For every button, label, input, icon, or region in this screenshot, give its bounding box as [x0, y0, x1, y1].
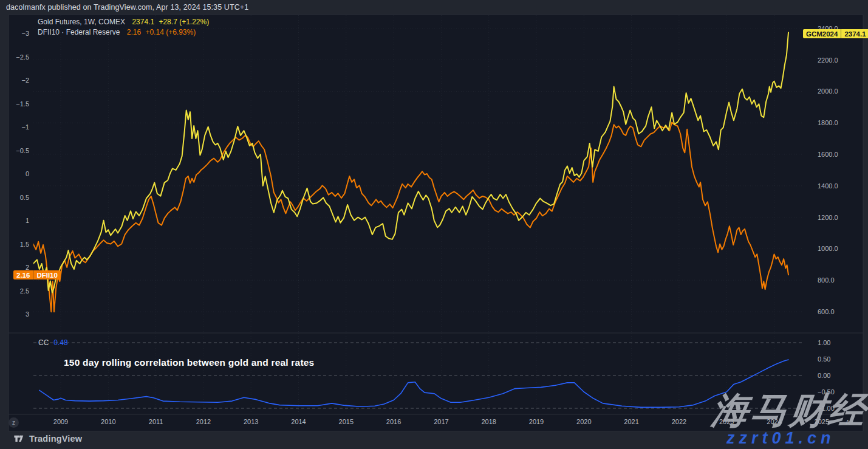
legend-gold-price: 2374.1 — [132, 18, 154, 26]
legend: Gold Futures, 1W, COMEX 2374.1 +28.7 (+1… — [38, 17, 209, 37]
time-axis-label: 2021 — [624, 418, 638, 425]
cc-axis-tick: 0.00 — [818, 372, 830, 379]
legend-dfii-price: 2.16 — [127, 28, 141, 36]
watermark-chinese: 海马财经 — [709, 386, 868, 436]
tradingview-snapshot: dacolmanfx published on TradingView.com,… — [0, 0, 868, 449]
left-axis-tick: −2 — [5, 77, 29, 84]
legend-dfii-change: +0.14 (+6.93%) — [145, 28, 196, 36]
right-axis-tick: 2000.0 — [818, 87, 838, 95]
chart-plot — [0, 0, 868, 449]
cc-axis-tick: 1.00 — [818, 339, 830, 346]
legend-row-dfii[interactable]: DFII10 · Federal Reserve 2.16 +0.14 (+6.… — [38, 27, 209, 38]
right-axis-tick: 800.0 — [818, 276, 835, 284]
dfii-symbol-tag: DFII10 — [33, 270, 61, 279]
legend-dfii-symbol: DFII10 · Federal Reserve — [38, 28, 120, 36]
cc-indicator-legend[interactable]: CC0.48 — [38, 338, 68, 347]
legend-gold-symbol: Gold Futures, 1W, COMEX — [38, 18, 125, 26]
cc-indicator-name: CC — [38, 338, 49, 347]
left-axis-tick: 3 — [5, 310, 29, 318]
left-axis-tick: 2.5 — [5, 287, 29, 295]
legend-gold-change: +28.7 (+1.22%) — [159, 18, 209, 26]
right-axis-tick: 1800.0 — [818, 119, 838, 126]
cc-panel-title: 150 day rolling correlation between gold… — [64, 357, 314, 368]
right-axis-tick: 2200.0 — [818, 57, 838, 64]
left-axis-tick: −2.5 — [5, 53, 29, 61]
right-axis-tick: 1600.0 — [818, 151, 838, 158]
left-axis-tick: 0.5 — [5, 194, 29, 201]
left-axis-tick: −3 — [5, 30, 29, 37]
gold-last-price-label: GCM2024 2374.1 — [803, 29, 868, 38]
footer-brand[interactable]: TradingView — [13, 433, 82, 444]
time-axis-label: 2018 — [481, 418, 496, 425]
right-axis-tick: 1400.0 — [818, 182, 838, 190]
cc-axis-tick: 0.50 — [818, 355, 830, 363]
dfii-last-price-label: 2.16 DFII10 — [13, 270, 61, 279]
cc-indicator-value: 0.48 — [53, 338, 67, 347]
left-axis-tick: 1.5 — [5, 241, 29, 248]
left-axis-tick: −1.5 — [5, 100, 29, 108]
time-axis-label: 2010 — [101, 418, 115, 425]
time-axis-label: 2009 — [53, 418, 68, 425]
time-axis-label: 2013 — [244, 418, 258, 425]
time-axis-label: 2022 — [672, 418, 686, 425]
time-axis-label: 2012 — [196, 418, 211, 425]
dfii-last-price: 2.16 — [13, 270, 33, 279]
tradingview-logo-icon — [13, 433, 25, 444]
gold-contract-tag: GCM2024 — [803, 29, 841, 38]
legend-row-gold[interactable]: Gold Futures, 1W, COMEX 2374.1 +28.7 (+1… — [38, 17, 209, 27]
time-axis-label: 2019 — [529, 418, 544, 425]
timezone-badge-label: z — [12, 419, 15, 426]
tradingview-logo-text: TradingView — [29, 434, 82, 444]
left-axis-tick: 0 — [5, 170, 29, 177]
time-axis-label: 2015 — [339, 418, 354, 425]
timezone-badge[interactable]: z — [9, 417, 19, 428]
watermark-url: zzrt01.cn — [726, 429, 835, 448]
time-axis-label: 2017 — [434, 418, 448, 425]
left-axis-tick: 1 — [5, 217, 29, 224]
time-axis-label: 2016 — [386, 418, 401, 425]
time-axis-label: 2020 — [576, 418, 591, 425]
time-axis-label: 2014 — [291, 418, 306, 425]
gold-last-price: 2374.1 — [841, 29, 868, 38]
right-axis-tick: 1000.0 — [818, 245, 838, 252]
time-axis-label: 2011 — [149, 418, 163, 425]
right-axis-tick: 1200.0 — [818, 214, 838, 221]
right-axis-tick: 600.0 — [818, 308, 835, 315]
left-axis-tick: −0.5 — [5, 147, 29, 154]
left-axis-tick: −1 — [5, 123, 29, 131]
